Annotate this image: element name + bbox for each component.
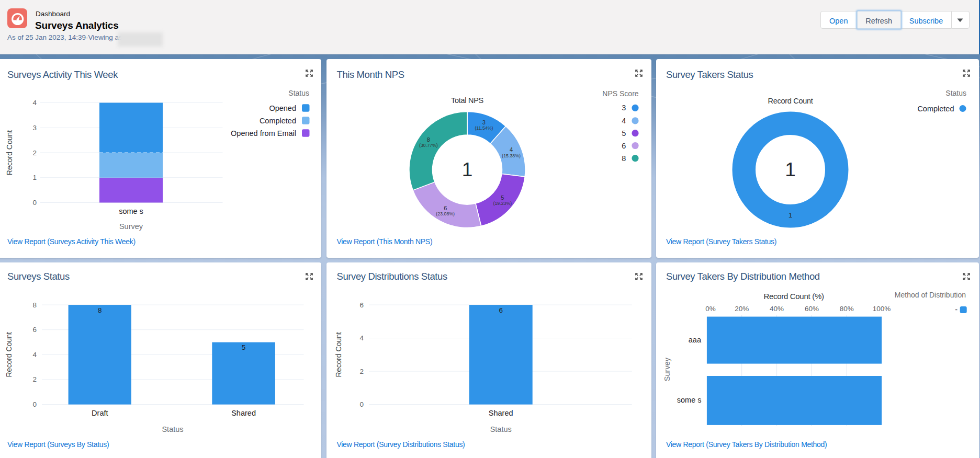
svg-text:5: 5: [242, 344, 246, 351]
svg-text:Opened: Opened: [269, 104, 296, 112]
svg-text:4: 4: [359, 334, 364, 342]
svg-text:8: 8: [98, 306, 102, 314]
svg-text:NPS Score: NPS Score: [602, 89, 638, 98]
svg-text:2: 2: [32, 376, 37, 384]
svg-text:0: 0: [32, 400, 37, 408]
svg-text:4: 4: [32, 99, 37, 107]
svg-text:1: 1: [785, 159, 796, 180]
svg-text:6: 6: [359, 301, 364, 309]
svg-text:60%: 60%: [804, 305, 818, 313]
svg-text:5: 5: [501, 194, 504, 200]
svg-text:40%: 40%: [770, 305, 784, 313]
svg-text:3: 3: [32, 123, 37, 131]
svg-text:8: 8: [32, 301, 37, 309]
svg-text:8: 8: [622, 154, 626, 162]
svg-text:Total NPS: Total NPS: [451, 96, 483, 105]
svg-text:some s: some s: [677, 396, 701, 405]
svg-text:1: 1: [32, 174, 37, 181]
svg-text:(23.08%): (23.08%): [436, 211, 455, 216]
svg-text:2: 2: [32, 148, 37, 156]
svg-text:Shared: Shared: [489, 409, 513, 417]
svg-text:Status: Status: [945, 89, 966, 97]
svg-text:Status: Status: [162, 425, 183, 433]
svg-text:4: 4: [622, 116, 626, 124]
svg-text:Completed: Completed: [260, 116, 296, 124]
svg-text:6: 6: [499, 306, 503, 314]
svg-text:Method of Distribution: Method of Distribution: [894, 291, 965, 300]
svg-text:(19.23%): (19.23%): [493, 201, 512, 206]
svg-text:5: 5: [622, 129, 626, 137]
svg-text:4: 4: [510, 146, 513, 153]
svg-text:aaa: aaa: [688, 336, 701, 345]
svg-text:8: 8: [427, 136, 430, 142]
svg-text:Survey: Survey: [119, 222, 143, 231]
svg-text:0: 0: [32, 199, 37, 207]
svg-text:100%: 100%: [872, 305, 891, 313]
svg-text:Record Count: Record Count: [5, 332, 13, 377]
svg-text:Draft: Draft: [92, 409, 108, 417]
svg-text:3: 3: [622, 104, 626, 112]
svg-text:Record Count: Record Count: [5, 130, 14, 175]
svg-text:Status: Status: [288, 89, 309, 97]
svg-text:0: 0: [359, 400, 364, 408]
svg-text:(30.77%): (30.77%): [419, 143, 438, 148]
svg-text:Completed: Completed: [917, 104, 954, 112]
svg-text:80%: 80%: [839, 305, 853, 313]
svg-text:Shared: Shared: [231, 409, 256, 417]
svg-text:1: 1: [788, 211, 792, 219]
svg-text:20%: 20%: [735, 305, 749, 313]
svg-text:some s: some s: [119, 207, 143, 215]
svg-text:Opened from Email: Opened from Email: [231, 129, 296, 137]
svg-text:6: 6: [444, 204, 447, 211]
svg-text:Survey: Survey: [663, 358, 671, 382]
svg-text:Record Count: Record Count: [334, 332, 343, 377]
svg-text:3: 3: [482, 119, 486, 125]
svg-text:Record Count: Record Count: [768, 97, 813, 105]
svg-text:Record Count (%): Record Count (%): [763, 292, 824, 301]
svg-text:(11.54%): (11.54%): [475, 125, 493, 131]
svg-text:4: 4: [32, 351, 37, 359]
svg-text:6: 6: [622, 141, 626, 150]
svg-text:6: 6: [32, 326, 37, 334]
svg-text:(15.38%): (15.38%): [502, 153, 521, 158]
svg-text:-: -: [955, 306, 958, 314]
svg-text:1: 1: [462, 159, 473, 180]
svg-text:2: 2: [359, 368, 364, 375]
svg-text:0%: 0%: [705, 305, 716, 313]
svg-text:Status: Status: [490, 425, 512, 433]
